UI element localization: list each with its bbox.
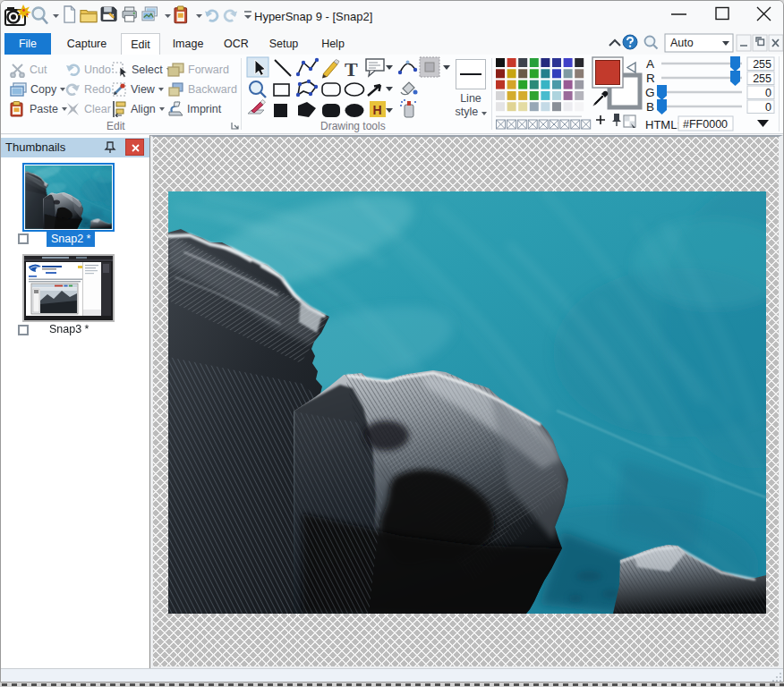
svg-text:R: R xyxy=(646,72,655,85)
svg-text:#FF0000: #FF0000 xyxy=(683,118,728,131)
svg-text:HTML:: HTML: xyxy=(645,118,680,131)
svg-text:0: 0 xyxy=(765,87,771,99)
svg-text:T: T xyxy=(345,58,358,81)
svg-text:H: H xyxy=(373,103,382,117)
svg-text:255: 255 xyxy=(753,58,771,71)
svg-text:0: 0 xyxy=(765,101,771,114)
svg-text:Auto: Auto xyxy=(670,37,694,49)
svg-text:A: A xyxy=(646,57,654,71)
svg-text:G: G xyxy=(645,86,655,99)
svg-text:255: 255 xyxy=(753,72,771,85)
svg-text:B: B xyxy=(646,100,654,114)
